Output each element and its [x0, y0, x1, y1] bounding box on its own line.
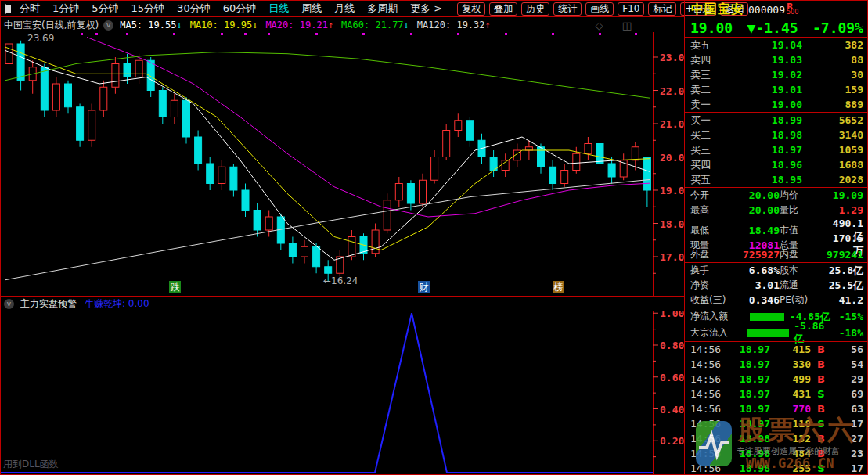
- toolbar-button-复权[interactable]: 复权: [457, 2, 485, 16]
- toolbar-button-叠加[interactable]: 叠加: [489, 2, 517, 16]
- book-volume: 30: [802, 69, 863, 81]
- book-volume: 1059: [802, 144, 863, 156]
- main-chart-canvas[interactable]: 23.0022.0021.0020.0019.0018.0017.0023.69…: [1, 32, 685, 297]
- chart-corner-icons[interactable]: ◇ ◫: [596, 20, 639, 31]
- sub-chart-header: v 主力实盘预警 牛赚乾坤: 0.00: [1, 296, 685, 311]
- stat-label: 最低: [690, 224, 726, 237]
- money-flow-row: 净流入额-4.85亿-15%: [685, 308, 868, 325]
- menu-item-日线[interactable]: 日线: [262, 2, 295, 16]
- trade-row[interactable]: 14:5618.97330B54: [685, 357, 868, 372]
- menu-item-1分钟[interactable]: 1分钟: [46, 2, 85, 16]
- bid-row[interactable]: 买四18.961688: [685, 157, 868, 172]
- ma-label: MA60: 21.77: [341, 20, 403, 31]
- book-price: 19.03: [725, 54, 802, 66]
- window-panel-icon[interactable]: [5, 4, 6, 14]
- trade-count: 69: [831, 388, 863, 400]
- sub-chart-canvas[interactable]: 1.000.800.600.400.20: [1, 311, 685, 475]
- toolbar-button-F10[interactable]: F10: [618, 2, 644, 16]
- trade-row[interactable]: 14:5618.97770B63: [685, 401, 868, 416]
- book-level-label: 卖五: [690, 38, 725, 52]
- book-price: 18.98: [725, 129, 802, 141]
- bid-row[interactable]: 买一18.995652: [685, 113, 868, 128]
- svg-text:1.00: 1.00: [660, 311, 684, 319]
- ask-row[interactable]: 卖二19.01159: [685, 82, 868, 97]
- ma-legend-item: MA120: 19.32↑: [417, 20, 491, 31]
- trade-count: 56: [831, 344, 863, 355]
- trade-time: 14:56: [690, 448, 723, 459]
- trade-volume: 132: [770, 433, 811, 444]
- stat-row: 外盘725927内盘979241: [685, 247, 868, 262]
- toolbar-button-历史[interactable]: 历史: [521, 2, 549, 16]
- stat-label: 股本: [780, 264, 825, 277]
- svg-text:23.69: 23.69: [27, 33, 54, 44]
- ask-row[interactable]: 卖一19.00889: [685, 97, 868, 112]
- trade-count: 17: [831, 418, 863, 430]
- menu-item-更多 >[interactable]: 更多 >: [404, 2, 448, 16]
- toolbar-button-统计[interactable]: 统计: [553, 2, 582, 16]
- book-level-label: 卖四: [690, 53, 725, 67]
- stat-label: PE(动): [780, 293, 825, 307]
- trade-row[interactable]: 14:5618.98255S17: [685, 461, 868, 475]
- stat-label: 市值: [780, 224, 825, 237]
- quote-panel: 中国宝安 000009 R 500 19.00 ▼-1.45 -7.09% 卖五…: [684, 1, 868, 475]
- stat-value: 20.00: [726, 204, 780, 216]
- trade-price: 18.97: [723, 373, 770, 385]
- trade-volume: 118: [770, 418, 811, 430]
- book-price: 18.95: [725, 174, 802, 185]
- stat-value: 1.29: [825, 204, 863, 216]
- ask-row[interactable]: 卖四19.0388: [685, 52, 868, 67]
- menu-item-分时[interactable]: 分时: [13, 2, 46, 16]
- stat-value: 725927: [726, 249, 780, 261]
- trade-row[interactable]: 14:5618.97431S69: [685, 387, 868, 401]
- book-price: 19.02: [725, 69, 802, 81]
- ma-label: MA10: 19.95: [190, 20, 252, 31]
- svg-text:19.00: 19.00: [660, 185, 685, 196]
- bid-row[interactable]: 买三18.971059: [685, 142, 868, 157]
- status-text: 用到DLL函数: [3, 458, 59, 471]
- bid-row[interactable]: 买五18.952028: [685, 172, 868, 187]
- money-flow-block: 净流入额-4.85亿-15%大宗流入-5.86亿-18%: [685, 308, 868, 341]
- bid-row[interactable]: 买二18.983140: [685, 128, 868, 142]
- stats-block-2: 换手6.68%股本25.8亿净资3.01流通25.5亿收益(三)0.346PE(…: [685, 263, 868, 308]
- ask-row[interactable]: 卖三19.0230: [685, 67, 868, 82]
- stock-name-row: 中国宝安 000009 R 500: [685, 1, 868, 18]
- ma-label: MA20: 19.21: [265, 20, 327, 31]
- menu-item-30分钟[interactable]: 30分钟: [171, 2, 217, 16]
- menu-item-5分钟[interactable]: 5分钟: [85, 2, 124, 16]
- trend-arrow-icon: ↓: [176, 20, 182, 31]
- trade-count: 27: [831, 433, 863, 444]
- stat-label: 均价: [780, 189, 825, 202]
- stat-label: 最高: [690, 203, 726, 217]
- toolbar-button-画线[interactable]: 画线: [585, 2, 614, 16]
- trade-volume: 415: [770, 344, 811, 355]
- menu-item-多周期[interactable]: 多周期: [361, 2, 404, 16]
- menu-item-15分钟[interactable]: 15分钟: [125, 2, 171, 16]
- trade-row[interactable]: 14:5618.97415B56: [685, 342, 868, 357]
- chevron-down-icon[interactable]: v: [4, 299, 14, 309]
- ma-legend-item: MA10: 19.95↓: [190, 20, 258, 31]
- trade-row[interactable]: 14:5618.97499B29: [685, 372, 868, 387]
- trading-app-window: 分时1分钟5分钟15分钟30分钟60分钟日线周线月线多周期更多 > 复权叠加历史…: [0, 0, 868, 475]
- book-volume: 1688: [802, 159, 863, 171]
- trade-price: 18.98: [723, 448, 770, 459]
- chevron-down-icon[interactable]: v: [103, 20, 113, 31]
- trend-arrow-icon: ↓: [252, 20, 258, 31]
- book-price: 19.04: [725, 39, 802, 51]
- ma-legend-item: MA5: 19.55↓: [120, 20, 182, 31]
- menu-item-60分钟[interactable]: 60分钟: [217, 2, 263, 16]
- trade-row[interactable]: 14:5618.97118S17: [685, 416, 868, 431]
- book-level-label: 买一: [690, 113, 725, 128]
- stat-label: 内盘: [780, 248, 825, 261]
- svg-text:榜: 榜: [553, 282, 564, 293]
- menu-item-月线[interactable]: 月线: [328, 2, 361, 16]
- trade-side: B: [811, 344, 831, 355]
- trade-row[interactable]: 14:5618.98484B23: [685, 446, 868, 461]
- trade-side: S: [811, 388, 831, 400]
- stat-label: 换手: [690, 264, 726, 277]
- ask-row[interactable]: 卖五19.04382: [685, 38, 868, 52]
- stat-row: 最高20.00量比1.29: [685, 203, 868, 218]
- menu-item-周线[interactable]: 周线: [295, 2, 328, 16]
- stat-label: 流通: [780, 279, 825, 292]
- trade-row[interactable]: 14:5618.98132B27: [685, 431, 868, 446]
- toolbar-button-标记[interactable]: 标记: [648, 2, 676, 16]
